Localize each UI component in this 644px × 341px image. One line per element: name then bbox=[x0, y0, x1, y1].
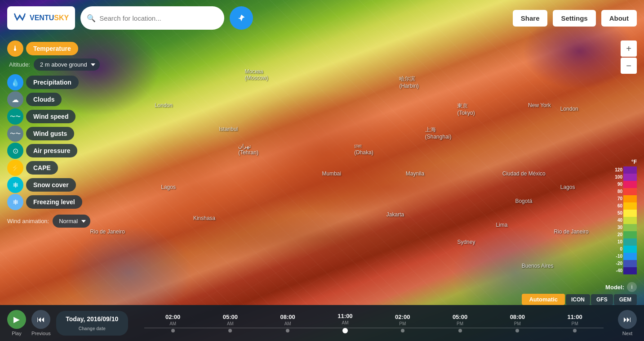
timeline-time-0800am[interactable]: 08:00 AM bbox=[280, 314, 295, 332]
scale-swatch-20 bbox=[623, 231, 637, 238]
scale-entry-minus10: -10 bbox=[611, 253, 637, 260]
scale-swatch-10 bbox=[623, 238, 637, 246]
scale-entry-0: 0 bbox=[611, 246, 637, 253]
model-gfs-button[interactable]: GFS bbox=[591, 294, 613, 305]
search-icon: 🔍 bbox=[87, 14, 96, 22]
wind-animation-select[interactable]: Normal Fast Off bbox=[53, 215, 90, 228]
wind-speed-button[interactable]: Wind speed bbox=[26, 110, 76, 123]
scale-entry-40: 40 bbox=[611, 217, 637, 224]
scale-entry-minus20: -20 bbox=[611, 260, 637, 267]
scale-swatch-70 bbox=[623, 195, 637, 202]
model-icon-button[interactable]: ICON bbox=[566, 294, 590, 305]
previous-label: Previous bbox=[31, 331, 51, 336]
cape-button[interactable]: CAPE bbox=[26, 161, 58, 175]
gps-button[interactable] bbox=[230, 6, 253, 30]
wind-animation-label: Wind animation: bbox=[7, 218, 49, 224]
air-pressure-button[interactable]: Air pressure bbox=[26, 144, 77, 157]
settings-button[interactable]: Settings bbox=[553, 10, 595, 27]
temperature-button[interactable]: Temperature bbox=[26, 42, 78, 55]
scale-swatch-50 bbox=[623, 210, 637, 217]
logo-text: VENTUSKY bbox=[30, 14, 69, 22]
next-button[interactable]: ⏭ Next bbox=[618, 310, 637, 336]
scale-entry-minus40: -40 bbox=[611, 267, 637, 274]
play-circle: ▶ bbox=[7, 310, 26, 329]
model-auto-button[interactable]: Automatic bbox=[522, 294, 565, 305]
precipitation-button[interactable]: Precipitation bbox=[26, 76, 79, 89]
scale-swatch-60 bbox=[623, 202, 637, 210]
sidebar-item-cape[interactable]: ⚡ CAPE bbox=[7, 160, 100, 176]
timeline-line bbox=[144, 328, 604, 328]
timeline-time-0200am[interactable]: 02:00 AM bbox=[165, 314, 180, 332]
scale-swatch-30 bbox=[623, 224, 637, 231]
timeline-time-0200pm[interactable]: 02:00 PM bbox=[395, 314, 410, 332]
zoom-out-button[interactable]: − bbox=[621, 58, 637, 74]
timeline-time-0800pm[interactable]: 08:00 PM bbox=[510, 314, 525, 332]
wind-gusts-button[interactable]: Wind gusts bbox=[26, 127, 74, 140]
scale-swatch-80 bbox=[623, 188, 637, 195]
scale-entry-10: 10 bbox=[611, 238, 637, 246]
change-date-label: Change date bbox=[79, 326, 106, 331]
timeline-time-0500am[interactable]: 05:00 AM bbox=[223, 314, 238, 332]
temperature-icon: 🌡 bbox=[7, 40, 23, 57]
scale-entry-60: 60 bbox=[611, 202, 637, 210]
precipitation-icon: 💧 bbox=[7, 74, 23, 90]
scale-swatch-minus10 bbox=[623, 253, 637, 260]
timeline-time-0500pm[interactable]: 05:00 PM bbox=[453, 314, 467, 332]
sidebar: 🌡 Temperature Altitude: 2 m above ground… bbox=[7, 40, 100, 228]
model-panel: Model: i Automatic ICON GFS GEM bbox=[522, 282, 637, 305]
next-circle: ⏭ bbox=[618, 310, 637, 329]
scale-swatch-minus40 bbox=[623, 267, 637, 274]
logo-icon bbox=[13, 12, 26, 24]
freezing-level-icon: ❄ bbox=[7, 194, 23, 210]
logo-ventu: VENTU bbox=[30, 14, 54, 22]
sidebar-item-wind-speed[interactable]: 〜〜 Wind speed bbox=[7, 108, 100, 125]
timeline-time-1100pm[interactable]: 11:00 PM bbox=[567, 314, 582, 332]
previous-circle: ⏮ bbox=[31, 310, 50, 329]
timeline: ▶ Play ⏮ Previous Today, 2016/09/10 Chan… bbox=[0, 305, 644, 341]
scale-entry-100: 100 bbox=[611, 174, 637, 181]
scale-swatch-100 bbox=[623, 174, 637, 181]
clouds-button[interactable]: Clouds bbox=[26, 93, 62, 106]
wind-animation-row: Wind animation: Normal Fast Off bbox=[7, 215, 100, 228]
play-button[interactable]: ▶ Play bbox=[7, 310, 26, 336]
scale-entry-50: 50 bbox=[611, 210, 637, 217]
search-input[interactable] bbox=[99, 14, 218, 22]
previous-button[interactable]: ⏮ Previous bbox=[31, 310, 51, 336]
freezing-level-button[interactable]: Freezing level bbox=[26, 195, 82, 209]
altitude-select[interactable]: 2 m above ground 850 hPa 700 hPa 500 hPa… bbox=[34, 58, 100, 71]
logo-sky: SKY bbox=[54, 14, 69, 22]
scale-entry-120: 120 bbox=[611, 166, 637, 174]
play-label: Play bbox=[12, 331, 21, 336]
scale-unit: °F bbox=[631, 159, 637, 165]
header: VENTUSKY 🔍 Share Settings About bbox=[0, 0, 644, 36]
zoom-in-button[interactable]: + bbox=[621, 40, 637, 57]
model-gem-button[interactable]: GEM bbox=[614, 294, 637, 305]
timeline-time-1100am[interactable]: 11:00 AM bbox=[338, 313, 352, 333]
timeline-strip[interactable]: 02:00 AM 05:00 AM 08:00 AM 11:00 AM 02:0… bbox=[135, 305, 613, 341]
logo: VENTUSKY bbox=[7, 6, 75, 30]
sidebar-item-snow-cover[interactable]: ❄ Snow cover bbox=[7, 177, 100, 193]
wind-speed-icon: 〜〜 bbox=[7, 108, 23, 125]
scale-entry-70: 70 bbox=[611, 195, 637, 202]
model-info-icon[interactable]: i bbox=[627, 282, 637, 292]
model-label: Model: bbox=[605, 284, 624, 291]
scale-swatch-40 bbox=[623, 217, 637, 224]
about-button[interactable]: About bbox=[601, 10, 637, 27]
sidebar-item-precipitation[interactable]: 💧 Precipitation bbox=[7, 74, 100, 90]
wind-gusts-icon: 〜〜 bbox=[7, 126, 23, 142]
temperature-scale: °F 120 100 90 80 70 60 50 bbox=[611, 159, 637, 274]
share-button[interactable]: Share bbox=[513, 10, 548, 27]
altitude-row: Altitude: 2 m above ground 850 hPa 700 h… bbox=[7, 58, 100, 71]
clouds-icon: ☁ bbox=[7, 91, 23, 108]
snow-cover-button[interactable]: Snow cover bbox=[26, 178, 76, 192]
sidebar-item-clouds[interactable]: ☁ Clouds bbox=[7, 91, 100, 108]
altitude-label: Altitude: bbox=[9, 61, 30, 68]
sidebar-item-temperature[interactable]: 🌡 Temperature bbox=[7, 40, 100, 57]
sidebar-item-air-pressure[interactable]: ⊙ Air pressure bbox=[7, 143, 100, 159]
sidebar-item-wind-gusts[interactable]: 〜〜 Wind gusts bbox=[7, 126, 100, 142]
sidebar-item-freezing-level[interactable]: ❄ Freezing level bbox=[7, 194, 100, 210]
model-selector-row: Automatic ICON GFS GEM bbox=[522, 294, 637, 305]
search-bar[interactable]: 🔍 bbox=[80, 6, 224, 30]
scale-swatch-0 bbox=[623, 246, 637, 253]
change-date-button[interactable]: Today, 2016/09/10 Change date bbox=[56, 311, 128, 336]
